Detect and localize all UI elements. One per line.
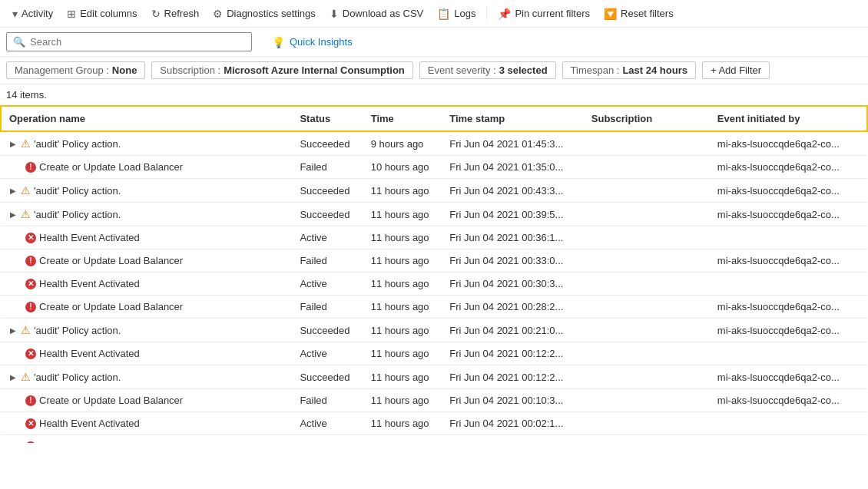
table-row[interactable]: ▶ ⚠ 'audit' Policy action. Succeeded 11 … [1, 203, 867, 226]
event-severity-value: 3 selected [499, 64, 548, 76]
initiated-by-cell: mi-aks-lsuoccqde6qa2-co... [710, 435, 867, 444]
subscription-filter[interactable]: Subscription : Microsoft Azure Internal … [151, 61, 412, 79]
table-row[interactable]: ✕ Health Event Activated Active 11 hours… [1, 273, 867, 296]
initiated-by-cell: mi-aks-lsuoccqde6qa2-co... [710, 249, 867, 273]
table-row[interactable]: ▶ ⚠ 'audit' Policy action. Succeeded 11 … [1, 319, 867, 342]
operation-name-cell: ✕ Health Event Activated [1, 342, 292, 365]
operation-name: Health Event Activated [39, 232, 140, 243]
expand-button[interactable]: ▶ [8, 373, 18, 382]
time-cell: 11 hours ago [363, 389, 442, 412]
operation-name-cell: ▶ ⚠ 'audit' Policy action. [1, 131, 292, 156]
timespan-filter[interactable]: Timespan : Last 24 hours [562, 61, 696, 79]
management-group-filter[interactable]: Management Group : None [6, 61, 145, 79]
critical-icon: ✕ [25, 233, 36, 243]
time-cell: 11 hours ago [363, 203, 442, 226]
operation-name: 'audit' Policy action. [34, 209, 121, 220]
table-row[interactable]: ▶ ⚠ 'audit' Policy action. Succeeded 11 … [1, 179, 867, 203]
timestamp-cell: Fri Jun 04 2021 00:39:5... [442, 203, 584, 226]
subscription-cell [584, 249, 710, 273]
error-icon: ! [25, 256, 36, 266]
status-cell: Active [292, 412, 363, 435]
col-header-initiatedby[interactable]: Event initiated by [710, 106, 867, 131]
refresh-button[interactable]: ↻ Refresh [145, 5, 206, 23]
pin-label: Pin current filters [515, 8, 590, 19]
table-row[interactable]: ! Create or Update Load Balancer Failed … [1, 296, 867, 319]
search-input[interactable] [30, 36, 245, 48]
subscription-cell [584, 319, 710, 342]
col-header-status[interactable]: Status [292, 106, 363, 131]
timestamp-cell: Fri Jun 04 2021 00:30:3... [442, 273, 584, 296]
table-row[interactable]: ✕ Health Event Activated Active 11 hours… [1, 226, 867, 249]
status-cell: Failed [292, 389, 363, 412]
diagnostics-button[interactable]: ⚙ Diagnostics settings [207, 5, 322, 23]
pin-icon: 📌 [498, 8, 511, 20]
expand-button[interactable]: ▶ [8, 140, 18, 148]
timestamp-cell: Fri Jun 04 2021 00:33:0... [442, 249, 584, 273]
subscription-cell [584, 273, 710, 296]
timestamp-cell: Fri Jun 04 2021 00:28:2... [442, 296, 584, 319]
table-row[interactable]: ✕ Health Event Activated Active 11 hours… [1, 412, 867, 435]
time-cell: 11 hours ago [363, 342, 442, 365]
error-icon: ! [25, 395, 36, 406]
table-row[interactable]: ! Create or Update Load Balancer Failed … [1, 249, 867, 273]
table-row[interactable]: ▶ ⚠ 'audit' Policy action. Succeeded 9 h… [1, 131, 867, 156]
table-row[interactable]: ! Create or Update Load Balancer Failed … [1, 435, 867, 444]
col-header-operation[interactable]: Operation name [1, 106, 292, 131]
event-severity-filter[interactable]: Event severity : 3 selected [419, 61, 556, 79]
logs-icon: 📋 [437, 8, 450, 20]
initiated-by-cell [710, 226, 867, 249]
add-filter-button[interactable]: + Add Filter [702, 61, 770, 79]
expand-button[interactable]: ▶ [8, 187, 18, 195]
col-header-timestamp[interactable]: Time stamp [442, 106, 584, 131]
activity-button[interactable]: ▾ Activity [6, 5, 59, 23]
expand-button[interactable]: ▶ [8, 210, 18, 219]
time-cell: 9 hours ago [363, 131, 442, 156]
operation-name: 'audit' Policy action. [34, 138, 121, 150]
reset-label: Reset filters [621, 8, 674, 19]
initiated-by-cell: mi-aks-lsuoccqde6qa2-co... [710, 179, 867, 203]
subscription-cell [584, 389, 710, 412]
pin-filters-button[interactable]: 📌 Pin current filters [492, 5, 596, 23]
search-input-wrap[interactable]: 🔍 [6, 32, 252, 51]
table-container[interactable]: Operation name Status Time Time stamp Su… [0, 105, 868, 443]
table-row[interactable]: ✕ Health Event Activated Active 11 hours… [1, 342, 867, 365]
event-severity-label: Event severity : [428, 64, 496, 76]
time-cell: 11 hours ago [363, 412, 442, 435]
reset-filters-button[interactable]: 🔽 Reset filters [598, 5, 680, 23]
expand-button[interactable]: ▶ [8, 326, 18, 335]
timespan-value: Last 24 hours [622, 64, 687, 76]
timestamp-cell: Fri Jun 04 2021 00:01:5... [442, 435, 584, 444]
mgmt-group-value: None [112, 64, 137, 76]
quick-insights-button[interactable]: 💡 Quick Insights [264, 33, 360, 51]
col-header-time[interactable]: Time [363, 106, 442, 131]
columns-icon: ⊞ [67, 8, 76, 20]
timestamp-cell: Fri Jun 04 2021 00:10:3... [442, 389, 584, 412]
activity-label: Activity [22, 8, 53, 19]
col-header-subscription[interactable]: Subscription [584, 106, 710, 131]
warning-icon: ⚠ [21, 184, 31, 197]
logs-button[interactable]: 📋 Logs [431, 5, 482, 23]
edit-columns-button[interactable]: ⊞ Edit columns [61, 5, 143, 23]
timestamp-cell: Fri Jun 04 2021 01:45:3... [442, 131, 584, 156]
initiated-by-cell: mi-aks-lsuoccqde6qa2-co... [710, 319, 867, 342]
subscription-cell [584, 179, 710, 203]
status-cell: Failed [292, 435, 363, 444]
critical-icon: ✕ [25, 418, 36, 429]
lightbulb-icon: 💡 [272, 36, 285, 48]
table-row[interactable]: ▶ ⚠ 'audit' Policy action. Succeeded 11 … [1, 365, 867, 389]
time-cell: 11 hours ago [363, 179, 442, 203]
operation-name: 'audit' Policy action. [34, 372, 121, 383]
search-row: 🔍 💡 Quick Insights [0, 28, 868, 57]
table-row[interactable]: ! Create or Update Load Balancer Failed … [1, 389, 867, 412]
critical-icon: ✕ [25, 279, 36, 289]
table-row[interactable]: ! Create or Update Load Balancer Failed … [1, 156, 867, 179]
error-icon: ! [25, 302, 36, 312]
download-button[interactable]: ⬇ Download as CSV [323, 5, 430, 23]
operation-name: Create or Update Load Balancer [39, 441, 183, 443]
initiated-by-cell: mi-aks-lsuoccqde6qa2-co... [710, 203, 867, 226]
warning-icon: ⚠ [21, 324, 31, 336]
warning-icon: ⚠ [21, 208, 31, 220]
status-cell: Succeeded [292, 203, 363, 226]
quick-insights-label: Quick Insights [290, 36, 353, 48]
initiated-by-cell: mi-aks-lsuoccqde6qa2-co... [710, 389, 867, 412]
